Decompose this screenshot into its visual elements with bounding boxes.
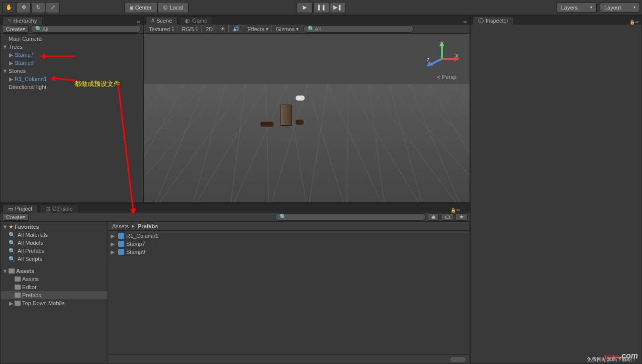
layout-label: Layout [604, 5, 621, 11]
hierarchy-item[interactable]: ▶Stamp9 [1, 59, 143, 67]
prefab-label: R1_Column1 [126, 233, 158, 239]
foldout-icon[interactable]: ▶ [110, 233, 115, 238]
project-tab-label: Project [15, 206, 32, 212]
step-button[interactable]: ▶❚ [330, 2, 346, 13]
hierarchy-item[interactable]: Main Camera [1, 35, 143, 43]
hierarchy-create-button[interactable]: Create ▾ [3, 25, 29, 33]
scene-search-input[interactable]: 🔍All [303, 25, 414, 33]
scene-render-dropdown[interactable]: RGB ‡ [179, 25, 202, 33]
foldout-icon[interactable]: ▶ [110, 241, 115, 246]
prefab-item[interactable]: ▶Stamp7 [108, 240, 470, 248]
breadcrumb-prefabs[interactable]: Prefabs [138, 223, 158, 229]
play-button[interactable]: ▶ [297, 2, 313, 13]
favorite-item[interactable]: 🔍All Materials [1, 231, 108, 239]
scale-tool-button[interactable]: ⤢ [46, 2, 60, 13]
tab-inspector[interactable]: ⓘInspector [473, 16, 514, 25]
foldout-icon[interactable] [3, 84, 8, 89]
favorite-item[interactable]: 🔍All Models [1, 239, 108, 247]
audio-icon: 🔊 [233, 26, 240, 32]
inspector-lock-icon[interactable]: 🔒 •≡ [629, 20, 638, 25]
project-filter-label-button[interactable]: 🏷 [441, 213, 453, 221]
project-icon: ▭ [8, 206, 13, 212]
filter-type-icon: ◆ [431, 214, 435, 220]
breadcrumb-separator: ▸ [132, 223, 135, 229]
folder-item[interactable]: Editor [1, 283, 108, 291]
search-filter-icon: 🔍 [9, 232, 16, 238]
hierarchy-item[interactable]: ▼Trees [1, 43, 143, 51]
foldout-icon[interactable]: ▶ [9, 60, 14, 65]
pivot-center-button[interactable]: ◙Center [124, 2, 157, 13]
foldout-icon[interactable]: ▶ [9, 52, 14, 57]
game-icon: ◐ [185, 18, 190, 24]
prefab-label: Stamp9 [126, 249, 145, 255]
prefab-icon [118, 249, 124, 255]
pivot-local-button[interactable]: ◎Local [157, 2, 189, 13]
hand-tool-button[interactable]: ✋ [2, 2, 16, 13]
move-tool-button[interactable]: ✥ [17, 2, 31, 13]
tab-scene[interactable]: #Scene [146, 16, 177, 25]
hierarchy-menu-icon[interactable]: •≡ [137, 20, 140, 25]
rotate-tool-button[interactable]: ↻ [31, 2, 45, 13]
favorite-item[interactable]: 🔍All Scripts [1, 255, 108, 263]
project-search-input[interactable]: 🔍 [275, 213, 426, 221]
foldout-icon[interactable]: ▶ [110, 249, 115, 254]
scene-2d-toggle[interactable]: 2D [203, 25, 216, 33]
favorite-label: All Prefabs [18, 248, 44, 254]
hierarchy-item[interactable]: ▶Stamp7 [1, 51, 143, 59]
layers-dropdown[interactable]: Layers [557, 3, 597, 13]
prefab-item[interactable]: ▶Stamp9 [108, 248, 470, 256]
foldout-icon[interactable]: ▶ [9, 301, 14, 306]
foldout-icon[interactable] [9, 293, 14, 298]
project-zoom-slider[interactable] [450, 357, 466, 362]
project-save-filter-button[interactable]: ★ [455, 213, 468, 221]
foldout-icon[interactable] [9, 285, 14, 290]
favorite-item[interactable]: 🔍All Prefabs [1, 247, 108, 255]
tab-hierarchy[interactable]: ≡Hierarchy [3, 16, 43, 25]
hierarchy-item[interactable]: ▶R1_Column1 [1, 75, 143, 83]
assets-header[interactable]: ▼ Assets [1, 267, 108, 275]
tab-project[interactable]: ▭Project [3, 204, 38, 213]
folder-icon [15, 293, 21, 298]
tab-console[interactable]: ▤Console [40, 204, 78, 213]
scene-audio-toggle[interactable]: 🔊 [230, 25, 243, 33]
scene-persp-label[interactable]: ≺ Persp [436, 74, 456, 80]
project-create-button[interactable]: Create ▾ [3, 213, 29, 221]
prefab-item[interactable]: ▶R1_Column1 [108, 232, 470, 240]
folder-item[interactable]: Assets [1, 275, 108, 283]
scene-shading-label: Textured [149, 26, 170, 32]
search-filter-icon: 🔍 [9, 240, 16, 246]
foldout-icon[interactable]: ▼ [3, 44, 8, 49]
hierarchy-item[interactable]: ▼Stones [1, 67, 143, 75]
axis-y-label: y [440, 40, 443, 46]
folder-item[interactable]: ▶ Top Down Mobile [1, 299, 108, 307]
filter-label-icon: 🏷 [444, 214, 450, 220]
folder-item[interactable]: Prefabs [1, 291, 108, 299]
breadcrumb-assets[interactable]: Assets [112, 223, 129, 229]
scene-gizmos-dropdown[interactable]: Gizmos ▾ [273, 25, 302, 33]
favorites-header[interactable]: ▼★Favorites [1, 223, 108, 231]
scene-menu-icon[interactable]: •≡ [464, 20, 467, 25]
foldout-icon[interactable]: ▶ [9, 76, 14, 81]
pivot-center-label: Center [135, 5, 152, 11]
scene-viewport[interactable]: x y z ≺ Persp [144, 34, 470, 202]
pause-button[interactable]: ❚❚ [313, 2, 329, 13]
tab-game[interactable]: ◐Game [179, 16, 213, 25]
hierarchy-item-label: R1_Column1 [15, 76, 47, 82]
scene-orientation-gizmo[interactable]: x y z [424, 39, 460, 79]
foldout-icon[interactable] [3, 36, 8, 41]
pivot-local-label: Local [170, 5, 183, 11]
project-filter-type-button[interactable]: ◆ [428, 213, 439, 221]
scene-light-toggle[interactable]: ☀ [217, 25, 229, 33]
scene-effects-dropdown[interactable]: Effects ▾ [244, 25, 271, 33]
console-tab-label: Console [52, 206, 72, 212]
scene-search-placeholder: All [315, 26, 321, 32]
foldout-icon[interactable] [9, 277, 14, 282]
search-filter-icon: 🔍 [9, 256, 16, 262]
scene-shading-dropdown[interactable]: Textured ‡ [146, 25, 178, 33]
foldout-icon[interactable]: ▼ [3, 68, 8, 73]
star-icon: ★ [9, 224, 14, 230]
hierarchy-search-input[interactable]: 🔍All [31, 25, 141, 33]
project-lock-icon[interactable]: 🔒 •≡ [450, 208, 460, 213]
layout-dropdown[interactable]: Layout [600, 3, 640, 13]
favorite-label: All Scripts [18, 256, 42, 262]
